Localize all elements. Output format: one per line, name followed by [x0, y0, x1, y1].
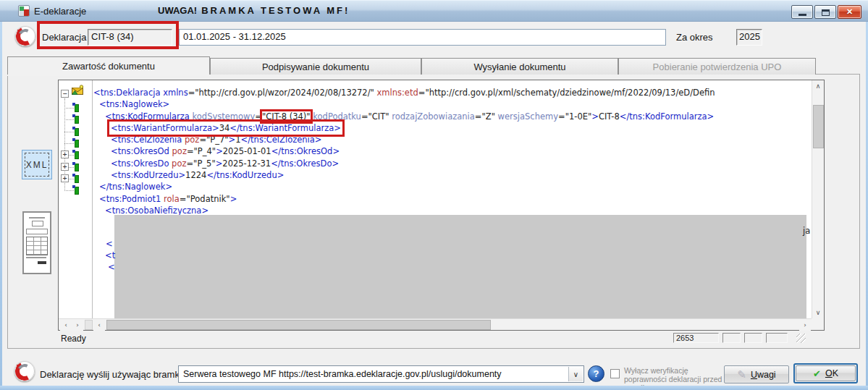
tree-expand-toggle[interactable]: +	[61, 174, 69, 182]
tab-label: Pobieranie potwierdzenia UPO	[653, 62, 782, 72]
ok-button-focus-ring: ✔ OK	[793, 363, 858, 383]
declaration-field[interactable]: CIT-8 (34)	[88, 29, 172, 46]
chevron-down-icon[interactable]: ∨	[568, 367, 583, 381]
resize-grip[interactable]	[796, 334, 806, 343]
status-text: Ready	[61, 334, 86, 344]
xml-token: ="P_4"	[187, 146, 216, 156]
xml-token: ="P_5"	[186, 158, 215, 169]
maximize-button[interactable]	[814, 5, 836, 19]
xml-token: wersjaSchemy	[498, 111, 558, 122]
pane-splitter[interactable]	[85, 320, 93, 330]
za-okres-label: Za okres	[676, 32, 713, 43]
tree-scroll-left-button[interactable]: ‹	[60, 319, 72, 331]
tree-node-icon[interactable]	[75, 128, 79, 136]
text-scroll-right-button[interactable]: ›	[799, 319, 811, 331]
period-field[interactable]: 01.01.2025 - 31.12.2025	[179, 29, 666, 46]
check-icon: ✔	[813, 368, 821, 379]
tree-expand-toggle[interactable]: +	[61, 163, 69, 171]
window-frame-bottom	[0, 386, 868, 390]
close-button[interactable]: ✕	[838, 5, 861, 19]
form-preview-table	[26, 237, 48, 255]
tree-expand-toggle[interactable]: +	[61, 151, 69, 158]
notes-button-label: Uwagi	[751, 370, 776, 380]
xml-token: </tns:KodUrzedu>	[206, 170, 284, 180]
vertical-scrollbar[interactable]: ∧ ∨	[812, 80, 824, 318]
notes-button[interactable]: ✎ Uwagi	[724, 365, 789, 383]
tab-2[interactable]: Podpisywanie dokumentu	[210, 58, 421, 75]
xml-fragment: ja	[803, 226, 810, 236]
horizontal-scrollbar[interactable]: ‹ › ‹ ›	[59, 318, 812, 330]
tree-connector	[64, 119, 74, 120]
application-window: E-deklaracje UWAGA!BRAMKA TESTOWA MF! ✕ …	[0, 0, 868, 390]
close-icon: ✕	[846, 7, 853, 16]
xml-token: 34	[219, 123, 230, 133]
edeklaracje-logo	[15, 26, 35, 46]
help-button[interactable]: ?	[588, 365, 604, 382]
xml-fragment: <	[106, 239, 113, 249]
horizontal-scroll-thumb[interactable]	[106, 320, 491, 330]
scroll-down-button[interactable]: ∨	[812, 307, 824, 318]
xml-view-button-label: XML	[26, 160, 49, 170]
minimize-button[interactable]	[791, 5, 813, 19]
xml-token: ="1-0E"	[558, 111, 591, 122]
tree-node-icon[interactable]	[75, 104, 79, 112]
xml-line: </tns:Naglowek>	[93, 181, 799, 192]
gateway-combobox[interactable]: Serwera testowego MF https://test-bramka…	[178, 365, 584, 383]
year-field[interactable]: 2025	[736, 29, 762, 46]
xml-token: >	[216, 146, 223, 156]
ok-button-label: OK	[825, 368, 838, 378]
xml-token: 2025-01-01	[223, 146, 271, 156]
xml-tree-gutter: −+++	[59, 80, 93, 318]
xml-token: rola	[164, 194, 180, 204]
tree-node-icon[interactable]	[75, 187, 79, 195]
minimize-icon	[799, 14, 806, 16]
tab-3[interactable]: Wysyłanie dokumentu	[421, 58, 618, 75]
ok-button[interactable]: ✔ OK	[796, 365, 856, 381]
tab-label: Zawartość dokumentu	[62, 61, 155, 72]
xml-line: <tns:OkresOd poz="P_4">2025-01-01</tns:O…	[93, 145, 799, 157]
gateway-combobox-value: Serwera testowego MF https://test-bramka…	[183, 369, 502, 379]
tree-node-icon[interactable]	[75, 140, 79, 148]
xml-fragment: <t	[105, 250, 115, 260]
xml-token: </tns:Naglowek>	[99, 182, 172, 192]
vertical-scroll-thumb[interactable]	[813, 105, 824, 148]
xml-token: kodPodatku	[313, 111, 361, 122]
status-empty-panel	[766, 333, 788, 343]
xml-token: <tns:OsobaNiefizyczna>	[105, 205, 208, 216]
xml-token: ="CIT"	[361, 111, 392, 122]
status-position-panel: 2653	[673, 333, 719, 343]
tree-node-icon[interactable]	[75, 151, 79, 159]
tree-node-icon[interactable]	[75, 164, 79, 171]
xml-token: poz	[185, 135, 199, 145]
note-pencil-icon: ✎	[737, 368, 746, 381]
xml-token: ="Podatnik"	[180, 194, 230, 204]
disable-verification-checkbox[interactable]	[610, 369, 620, 378]
status-empty-panel	[744, 333, 762, 343]
tree-connector	[64, 190, 74, 191]
xml-token: >	[591, 111, 599, 122]
xml-fragment: <	[108, 262, 115, 272]
question-mark-icon: ?	[594, 368, 599, 379]
envelope-root-icon[interactable]	[71, 85, 85, 99]
tree-scroll-right-button[interactable]: ›	[72, 319, 83, 331]
maximize-icon	[822, 9, 830, 16]
tree-node-icon[interactable]	[75, 175, 79, 183]
text-scroll-left-button[interactable]: ‹	[93, 319, 105, 331]
tree-connector	[64, 143, 74, 144]
tab-4[interactable]: Pobieranie potwierdzenia UPO	[618, 58, 816, 75]
tree-node-icon[interactable]	[75, 116, 79, 124]
xml-token: 1	[235, 135, 240, 145]
form-preview-button[interactable]	[22, 211, 51, 274]
tree-connector	[64, 108, 74, 109]
app-icon	[18, 5, 30, 17]
scroll-up-button[interactable]: ∧	[812, 80, 824, 92]
edeklaracje-logo	[14, 361, 35, 381]
title-bar: E-deklaracje UWAGA!BRAMKA TESTOWA MF! ✕	[0, 0, 868, 22]
xml-view-button[interactable]: XML	[22, 150, 52, 179]
xml-token: rodzajZobowiazania	[392, 111, 475, 122]
tree-collapse-toggle[interactable]: −	[61, 90, 69, 98]
test-gateway-warning: UWAGA!BRAMKA TESTOWA MF!	[158, 5, 350, 16]
tab-bar: Zawartość dokumentuPodpisywanie dokument…	[7, 56, 816, 75]
tab-1[interactable]: Zawartość dokumentu	[7, 56, 210, 75]
xml-token: kodSystemowy	[193, 111, 256, 122]
